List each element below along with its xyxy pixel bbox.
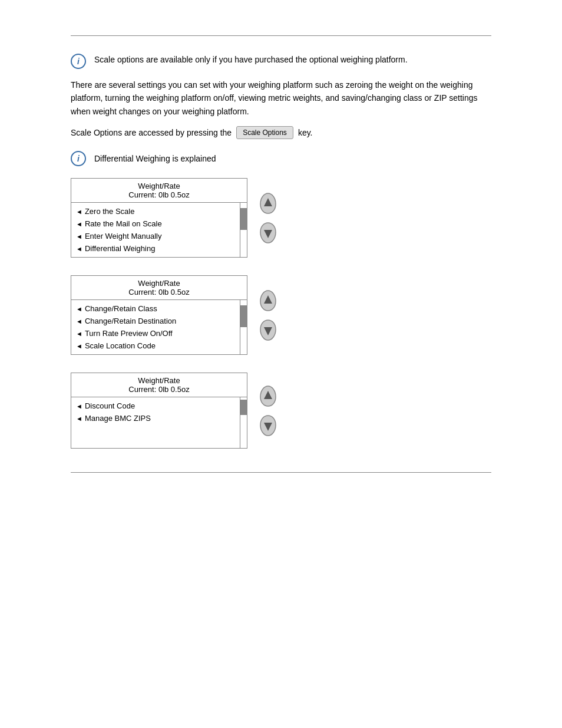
- menu-panel-1-subtitle: Current: 0lb 0.5oz: [77, 190, 241, 199]
- nav-buttons-1: [258, 192, 278, 245]
- list-item-label: Differential Weighing: [85, 244, 155, 253]
- list-arrow: ◄: [76, 305, 82, 312]
- menu-panel-3-title: Weight/Rate: [77, 376, 241, 385]
- scrollbar-track-3: [240, 397, 247, 448]
- menu-panel-2-body: ◄Change/Retain Class ◄Change/Retain Dest…: [71, 300, 247, 354]
- scale-options-line: Scale Options are accessed by pressing t…: [71, 126, 491, 139]
- info-icon-1: i: [71, 54, 86, 69]
- panel-row-1: Weight/Rate Current: 0lb 0.5oz ◄Zero the…: [71, 178, 491, 258]
- down-arrow-icon-3: [259, 414, 277, 437]
- list-arrow: ◄: [76, 220, 82, 228]
- menu-panel-2-subtitle: Current: 0lb 0.5oz: [77, 288, 241, 297]
- nav-buttons-3: [258, 384, 278, 437]
- list-item-label: Manage BMC ZIPS: [85, 414, 151, 423]
- list-item: ◄Scale Location Code: [76, 340, 235, 352]
- panel-row-3: Weight/Rate Current: 0lb 0.5oz ◄Discount…: [71, 373, 491, 449]
- down-arrow-button-2[interactable]: [258, 318, 278, 342]
- list-arrow: ◄: [76, 208, 82, 215]
- down-arrow-icon-1: [259, 222, 277, 244]
- list-item-label: Scale Location Code: [85, 341, 156, 350]
- body-paragraph: There are several settings you can set w…: [71, 78, 491, 118]
- scrollbar-col-1: [240, 203, 247, 257]
- scrollbar-track-2: [240, 300, 247, 354]
- list-arrow: ◄: [76, 245, 82, 252]
- down-arrow-button-1[interactable]: [258, 221, 278, 245]
- menu-panel-1-header: Weight/Rate Current: 0lb 0.5oz: [71, 179, 247, 203]
- list-item: ◄Discount Code: [76, 400, 235, 412]
- scrollbar-track-1: [240, 203, 247, 257]
- menu-panel-1: Weight/Rate Current: 0lb 0.5oz ◄Zero the…: [71, 178, 247, 258]
- menu-panel-3-items: ◄Discount Code ◄Manage BMC ZIPS: [71, 397, 240, 448]
- info-text-2: Differential Weighing is explained: [94, 153, 216, 165]
- top-rule: [71, 35, 491, 36]
- info-block-2: i Differential Weighing is explained: [71, 151, 491, 166]
- scrollbar-thumb-1: [240, 208, 247, 230]
- up-arrow-button-2[interactable]: [258, 289, 278, 312]
- list-item: ◄Turn Rate Preview On/Off: [76, 327, 235, 340]
- list-item-label: Change/Retain Class: [85, 304, 157, 313]
- menu-panel-3-spacer2: [76, 439, 235, 446]
- menu-panel-3-body: ◄Discount Code ◄Manage BMC ZIPS: [71, 397, 247, 448]
- page-container: i Scale options are available only if yo…: [0, 0, 562, 728]
- up-arrow-icon-2: [259, 289, 277, 312]
- scrollbar-col-3: [240, 397, 247, 448]
- nav-buttons-2: [258, 289, 278, 342]
- info-text-1: Scale options are available only if you …: [94, 54, 408, 66]
- list-arrow: ◄: [76, 415, 82, 422]
- list-arrow: ◄: [76, 233, 82, 240]
- list-arrow: ◄: [76, 342, 82, 350]
- scale-options-key: Scale Options: [236, 126, 293, 139]
- menu-panel-2: Weight/Rate Current: 0lb 0.5oz ◄Change/R…: [71, 275, 247, 355]
- up-arrow-button-3[interactable]: [258, 384, 278, 408]
- menu-panel-3-subtitle: Current: 0lb 0.5oz: [77, 385, 241, 394]
- menu-panel-2-title: Weight/Rate: [77, 279, 241, 288]
- list-item-label: Change/Retain Destination: [85, 317, 176, 325]
- down-arrow-button-3[interactable]: [258, 414, 278, 437]
- up-arrow-icon-3: [259, 385, 277, 407]
- list-arrow: ◄: [76, 330, 82, 337]
- bottom-rule: [71, 472, 491, 473]
- info-block-1: i Scale options are available only if yo…: [71, 54, 491, 69]
- menu-panel-1-items: ◄Zero the Scale ◄Rate the Mail on Scale …: [71, 203, 240, 257]
- panel-row-2: Weight/Rate Current: 0lb 0.5oz ◄Change/R…: [71, 275, 491, 355]
- panels-section: Weight/Rate Current: 0lb 0.5oz ◄Zero the…: [71, 178, 491, 449]
- scrollbar-thumb-2: [240, 305, 247, 327]
- scale-options-suffix: key.: [298, 127, 313, 139]
- list-item: ◄Manage BMC ZIPS: [76, 412, 235, 424]
- info-icon-2: i: [71, 151, 86, 166]
- menu-panel-1-title: Weight/Rate: [77, 182, 241, 190]
- menu-panel-3: Weight/Rate Current: 0lb 0.5oz ◄Discount…: [71, 373, 247, 449]
- list-item: ◄Change/Retain Class: [76, 302, 235, 315]
- scale-options-prefix: Scale Options are accessed by pressing t…: [71, 127, 232, 139]
- list-item: ◄Change/Retain Destination: [76, 315, 235, 327]
- list-item-label: Enter Weight Manually: [85, 232, 162, 241]
- list-item-label: Turn Rate Preview On/Off: [85, 329, 173, 338]
- scrollbar-thumb-3: [240, 400, 247, 415]
- up-arrow-icon-1: [259, 192, 277, 215]
- scrollbar-col-2: [240, 300, 247, 354]
- list-item: ◄Zero the Scale: [76, 205, 235, 218]
- up-arrow-button-1[interactable]: [258, 192, 278, 215]
- list-item-label: Discount Code: [85, 401, 135, 410]
- list-arrow: ◄: [76, 403, 82, 410]
- menu-panel-1-body: ◄Zero the Scale ◄Rate the Mail on Scale …: [71, 203, 247, 257]
- down-arrow-icon-2: [259, 319, 277, 341]
- menu-panel-2-items: ◄Change/Retain Class ◄Change/Retain Dest…: [71, 300, 240, 354]
- list-item-label: Rate the Mail on Scale: [85, 219, 162, 228]
- menu-panel-3-header: Weight/Rate Current: 0lb 0.5oz: [71, 373, 247, 397]
- menu-panel-3-spacer: [76, 424, 235, 439]
- list-item: ◄Enter Weight Manually: [76, 230, 235, 242]
- list-item: ◄Differential Weighing: [76, 242, 235, 255]
- list-item-label: Zero the Scale: [85, 207, 135, 216]
- list-item: ◄Rate the Mail on Scale: [76, 218, 235, 230]
- menu-panel-2-header: Weight/Rate Current: 0lb 0.5oz: [71, 276, 247, 300]
- list-arrow: ◄: [76, 318, 82, 325]
